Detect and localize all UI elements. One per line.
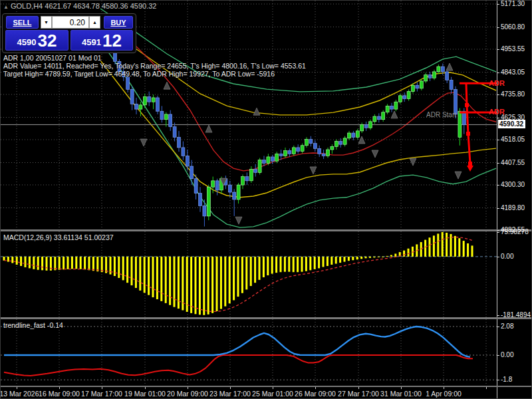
buy-price-panel[interactable]: 4591 12 bbox=[70, 30, 133, 51]
bear-candle bbox=[352, 133, 355, 137]
bull-candle bbox=[241, 177, 245, 185]
bear-candle bbox=[114, 52, 117, 61]
bear-candle bbox=[160, 111, 164, 119]
macd-histogram-bar bbox=[186, 257, 188, 312]
bear-candle bbox=[390, 106, 394, 109]
macd-histogram-bar bbox=[3, 257, 5, 261]
bull-candle bbox=[412, 85, 415, 91]
macd-histogram-bar bbox=[80, 257, 82, 269]
bear-candle bbox=[203, 205, 206, 216]
bull-candle bbox=[211, 181, 215, 187]
bull-candle bbox=[407, 92, 410, 99]
bear-candle bbox=[156, 98, 160, 111]
bear-candle bbox=[288, 151, 291, 154]
macd-histogram-bar bbox=[160, 257, 162, 301]
macd-histogram-bar bbox=[182, 257, 184, 311]
chart-title-text: GOLD,H4 4621.67 4634.78 4580.36 4590.32 bbox=[11, 2, 157, 10]
trendline-label: trendline_fast -0.14 bbox=[3, 321, 63, 329]
macd-histogram-bar bbox=[284, 257, 286, 272]
spread-decrease-button[interactable]: ▼ bbox=[41, 16, 52, 29]
projection-arrowhead-icon bbox=[467, 166, 473, 172]
macd-histogram-bar bbox=[458, 238, 460, 257]
bear-candle bbox=[364, 125, 368, 128]
macd-histogram-bar bbox=[254, 257, 256, 283]
adr-info-line1: ADR 1,00 20051027 01 Mod 01 bbox=[3, 54, 102, 62]
bear-candle bbox=[322, 154, 325, 156]
macd-histogram-bar bbox=[67, 257, 69, 269]
macd-histogram-bar bbox=[344, 257, 346, 262]
macd-histogram-bar bbox=[75, 257, 77, 269]
time-axis-label: 1 Apr 09:00 bbox=[426, 390, 462, 398]
macd-histogram-bar bbox=[471, 245, 473, 257]
macd-indicator-panel[interactable] bbox=[1, 231, 497, 318]
macd-histogram-bar bbox=[373, 257, 375, 257]
bull-candle bbox=[284, 151, 287, 156]
price-axis-label: 4518.05 bbox=[501, 136, 525, 143]
macd-histogram-bar bbox=[356, 257, 358, 259]
macd-histogram-bar bbox=[96, 257, 98, 271]
spread-input[interactable]: 0.20 bbox=[52, 16, 89, 29]
bull-candle bbox=[305, 139, 309, 145]
bull-candle bbox=[343, 138, 346, 144]
macd-histogram-bar bbox=[378, 257, 380, 257]
axis-tick bbox=[497, 49, 499, 50]
time-axis-tick bbox=[358, 387, 359, 389]
macd-histogram-bar bbox=[156, 257, 158, 299]
macd-histogram-bar bbox=[29, 257, 31, 268]
bull-candle bbox=[327, 150, 330, 156]
buy-button[interactable]: BUY bbox=[104, 16, 133, 29]
sell-price-pips: 32 bbox=[38, 32, 57, 49]
time-axis-label: 17 Mar 17:00 bbox=[81, 390, 122, 398]
macd-histogram-bar bbox=[11, 257, 13, 263]
macd-histogram-bar bbox=[203, 257, 205, 315]
bull-candle bbox=[458, 111, 462, 137]
spread-increase-button[interactable]: ▲ bbox=[89, 16, 100, 29]
sell-button[interactable]: SELL bbox=[6, 16, 39, 29]
trendline-indicator-panel[interactable] bbox=[1, 319, 497, 386]
panel-separator[interactable] bbox=[1, 317, 532, 319]
time-axis-tick bbox=[17, 387, 17, 389]
macd-histogram-bar bbox=[442, 232, 444, 257]
macd-histogram-bar bbox=[126, 257, 128, 283]
macd-histogram-bar bbox=[199, 257, 201, 315]
macd-histogram-bar bbox=[135, 257, 137, 288]
caret-up-icon: ▲ bbox=[92, 20, 97, 25]
projection-arrow-line bbox=[466, 83, 470, 164]
macd-histogram-bar bbox=[280, 257, 282, 272]
trend-axis-label: 0.00 bbox=[501, 351, 513, 358]
panel-separator[interactable] bbox=[1, 229, 532, 231]
macd-histogram-bar bbox=[433, 235, 435, 257]
macd-histogram-bar bbox=[25, 257, 27, 267]
macd-histogram-bar bbox=[33, 257, 35, 269]
bear-candle bbox=[403, 96, 406, 99]
bull-candle bbox=[334, 142, 338, 147]
macd-histogram-bar bbox=[467, 243, 469, 257]
axis-tick bbox=[497, 230, 499, 231]
panel-separator bbox=[1, 386, 532, 387]
time-axis-label: 31 Mar 01:00 bbox=[380, 390, 422, 398]
bear-candle bbox=[377, 116, 380, 120]
current-price-box: 4590.32 bbox=[498, 120, 525, 128]
bull-candle bbox=[292, 148, 295, 154]
macd-histogram-bar bbox=[267, 257, 269, 275]
time-axis-tick bbox=[401, 387, 402, 389]
time-axis-label: 26 Mar 09:00 bbox=[295, 390, 336, 398]
sell-price-panel[interactable]: 4590 32 bbox=[5, 30, 68, 51]
bull-candle bbox=[356, 131, 359, 137]
macd-histogram-bar bbox=[297, 257, 299, 272]
one-click-trade-widget: SELL ▼ 0.20 ▲ BUY 4590 32 4591 12 bbox=[2, 13, 136, 53]
axis-tick bbox=[497, 380, 499, 380]
axis-tick bbox=[497, 72, 499, 73]
macd-histogram-bar bbox=[59, 257, 61, 270]
macd-histogram-bar bbox=[54, 257, 56, 270]
bull-candle bbox=[398, 96, 402, 102]
macd-histogram-bar bbox=[369, 257, 371, 258]
time-axis-tick bbox=[145, 387, 146, 389]
bear-candle bbox=[441, 66, 444, 72]
macd-histogram-bar bbox=[327, 257, 329, 266]
bear-candle bbox=[446, 72, 449, 80]
time-axis-label: 20 Mar 09:00 bbox=[167, 390, 208, 398]
time-axis-tick bbox=[102, 387, 102, 389]
bull-candle bbox=[331, 146, 334, 150]
time-axis-label: 25 Mar 01:00 bbox=[252, 390, 293, 398]
